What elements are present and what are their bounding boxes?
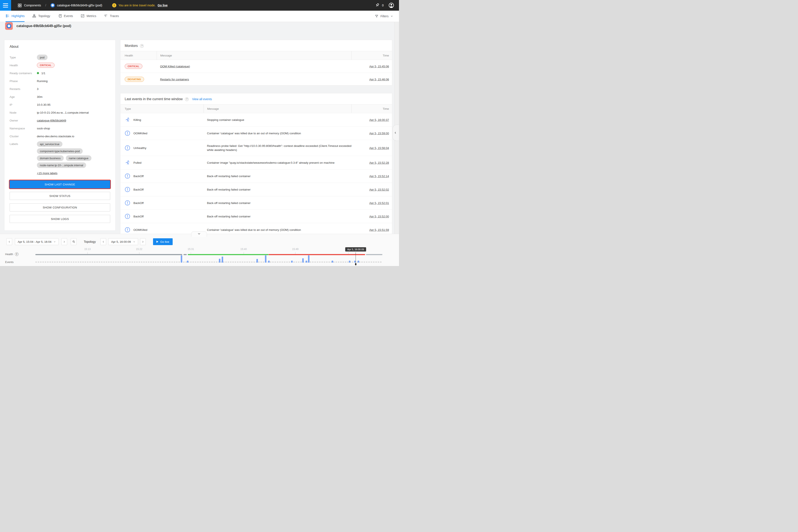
event-row[interactable]: BackOff Back-off restarting failed conta… [120,169,392,183]
go-live-link[interactable]: Go live [158,4,168,7]
about-panel: About TypepodHealthCRITICALReady contain… [4,40,115,231]
help-icon[interactable]: ? [140,44,144,48]
event-message: Container image "quay.io/stackstate/weav… [207,161,341,164]
health-segment-future [366,254,382,255]
monitor-health-badge: DEVIATING [125,77,144,82]
tab-topology[interactable]: Topology [32,11,50,22]
about-row-owner: Ownercatalogue-69b58cb649 [10,118,110,123]
label-pill[interactable]: component-type:kubernetes-pod [37,148,83,154]
label-pill[interactable]: api_service:true [37,141,62,147]
event-count-bar [358,261,359,263]
event-row[interactable]: BackOff Back-off restarting failed conta… [120,183,392,196]
breadcrumb-entity[interactable]: catalogue-69b58cb649-gjl5v (pod) [50,3,102,8]
events-baseline [35,262,382,263]
label-pill[interactable]: domain:business [37,155,64,161]
event-message: Container 'catalogue' was killed due to … [207,132,307,135]
chevron-left-icon [394,131,397,134]
show-last-change-button[interactable]: SHOW LAST CHANGE [10,180,110,188]
timeline-plot[interactable]: 15:1315:2215:3115:4015:49Apr 5, 16:00:09 [35,234,382,266]
filters-button[interactable]: Filters [375,14,399,18]
tabs: HighlightsTopologyEventsMetricsTraces [5,11,127,22]
help-icon[interactable]: ? [185,97,189,101]
event-message: Back-off restarting failed container [207,174,257,178]
label-pill[interactable]: name:catalogue [66,155,92,161]
event-type: Unhealthy [133,147,147,150]
about-row-cluster: Clusterdemo-dev.demo.stackstate.io [10,133,110,139]
view-all-events-link[interactable]: View all events [192,97,212,101]
event-count-bar [349,261,350,263]
timeline-tick-label: 15:13 [84,248,91,251]
chevron-down-icon [197,232,201,235]
hamburger-menu-icon[interactable] [0,0,11,11]
label-pill[interactable]: node-name:ip-10-...ompute.internal [37,163,86,168]
event-message: Container 'catalogue' was killed due to … [207,228,307,231]
event-type: BackOff [133,215,144,218]
event-time-link[interactable]: Apr 5, 15:52:00 [369,215,389,218]
tab-metrics[interactable]: Metrics [80,11,96,22]
collapse-timeline-button[interactable] [191,231,207,237]
event-message: Back-off restarting failed container [207,202,257,205]
event-row[interactable]: Unhealthy Readiness probe failed: Get "h… [120,140,392,156]
breadcrumb: Components / catalogue-69b58cb649-gjl5v … [18,3,102,8]
time-travel-marker-line[interactable] [356,252,356,264]
about-title: About [10,45,110,49]
event-type: OOMKilled [133,132,147,135]
about-rows: TypepodHealthCRITICALReady containers1/1… [10,55,110,175]
pin-icon[interactable] [375,3,380,8]
event-row[interactable]: Killing Stopping container catalogue Apr… [120,113,392,127]
timeline-panel: Apr 5, 15:04 - Apr 5, 16:04 Topology Apr… [0,234,399,266]
event-time-link[interactable]: Apr 5, 15:51:59 [369,228,389,231]
timeline-tick-label: 15:40 [241,248,247,251]
show-status-button[interactable]: SHOW STATUS [10,192,110,200]
alert-circle-icon [125,187,130,192]
event-row[interactable]: OOMKilled Container 'catalogue' was kill… [120,127,392,140]
event-type: BackOff [133,188,144,191]
range-previous-button[interactable] [6,238,12,245]
event-time-link[interactable]: Apr 5, 15:56:04 [369,147,389,150]
timeline-tick-label: 15:22 [136,248,142,251]
event-time-link[interactable]: Apr 5, 15:52:02 [369,188,389,191]
about-actions: SHOW LAST CHANGESHOW STATUSSHOW CONFIGUR… [10,180,110,223]
monitor-row[interactable]: DEVIATING Restarts for containers Apr 5,… [120,73,392,86]
events-panel: Last events in the current time window ?… [120,93,392,234]
monitor-time-link[interactable]: Apr 5, 15:46:06 [369,78,389,81]
event-row[interactable]: BackOff Back-off restarting failed conta… [120,196,392,210]
event-row[interactable]: Pulled Container image "quay.io/stacksta… [120,156,392,169]
event-type: BackOff [133,202,144,205]
pod-icon [50,3,55,8]
event-time-link[interactable]: Apr 5, 15:52:28 [369,161,389,164]
about-row-phase: PhaseRunning [10,78,110,84]
event-time-link[interactable]: Apr 5, 16:00:37 [369,118,389,121]
time-travel-marker-handle[interactable] [355,263,356,265]
more-labels-link[interactable]: +15 more labels [37,172,57,175]
alert-circle-icon [125,227,130,232]
event-time-link[interactable]: Apr 5, 15:52:14 [369,174,389,178]
tab-events[interactable]: Events [58,11,73,22]
event-row[interactable]: BackOff Back-off restarting failed conta… [120,210,392,223]
event-time-link[interactable]: Apr 5, 15:59:00 [369,132,389,135]
components-grid-icon [18,3,22,8]
user-avatar[interactable] [388,2,394,8]
health-segment-critical [269,254,365,255]
show-logs-button[interactable]: SHOW LOGS [10,215,110,223]
monitor-time-link[interactable]: Apr 5, 15:45:06 [369,65,389,68]
timeline-tick-label: 15:31 [188,248,194,251]
event-count-bar [308,255,309,263]
tab-highlights[interactable]: Highlights [5,11,24,22]
event-type: Killing [133,118,141,121]
expand-right-panel-button[interactable] [393,125,399,141]
show-configuration-button[interactable]: SHOW CONFIGURATION [10,203,110,211]
about-row-type: Typepod [10,55,110,60]
monitor-row[interactable]: CRITICAL OOM Killed (catalogue) Apr 5, 1… [120,60,392,73]
event-time-link[interactable]: Apr 5, 15:52:01 [369,202,389,205]
monitor-message-link[interactable]: Restarts for containers [160,78,189,81]
monitor-message-link[interactable]: OOM Killed (catalogue) [160,65,190,68]
owner-link[interactable]: catalogue-69b58cb649 [37,119,66,122]
page-title: catalogue-69b58cb649-gjl5v (pod) [16,24,71,28]
warning-icon: ! [112,3,116,7]
tab-traces[interactable]: Traces [104,11,119,22]
event-type: BackOff [133,174,144,178]
event-row[interactable]: OOMKilled Container 'catalogue' was kill… [120,223,392,234]
help-icon[interactable]: ? [15,252,19,256]
breadcrumb-components[interactable]: Components [24,4,41,7]
